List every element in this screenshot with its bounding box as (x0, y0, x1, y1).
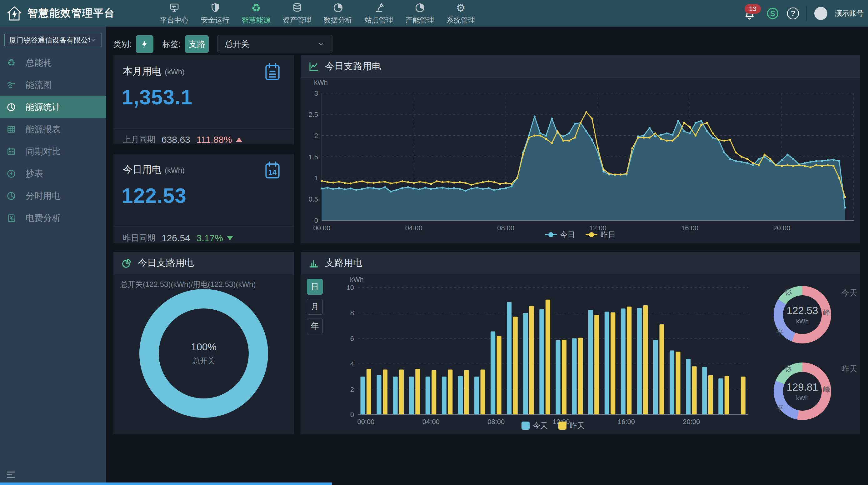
brand: 智慧能效管理平台 (6, 0, 115, 27)
topnav-label: 安全运行 (201, 15, 230, 25)
svg-text:1: 1 (314, 174, 318, 182)
health-link-button[interactable] (766, 6, 780, 20)
sidebar-item-bill-analysis[interactable]: 电费分析 (0, 207, 106, 229)
company-select[interactable]: 厦门锐谷通信设备有限公司 (4, 33, 102, 47)
database-icon (291, 2, 303, 13)
peak-segment-label: 峰 (823, 384, 831, 394)
topnav-label: 数据分析 (324, 15, 352, 25)
svg-text:04:00: 04:00 (405, 224, 423, 232)
sidebar-item-energy-flow[interactable]: 能流图 (0, 74, 106, 96)
trend-up-icon (236, 138, 242, 142)
today-bar-marker (522, 422, 530, 430)
today-branch-line-card: 今日支路用电 00.511.522.5300:0004:0008:0012:00… (301, 55, 860, 243)
sidebar-collapse-button[interactable] (6, 469, 16, 480)
donut-label: 总开关 (192, 356, 215, 366)
svg-text:2.5: 2.5 (308, 111, 318, 118)
sidebar-item-total-energy[interactable]: ♻ 总能耗 (0, 52, 106, 74)
bar-chart-icon (308, 257, 319, 269)
svg-text:2: 2 (314, 132, 318, 140)
horizontal-scrollbar-thumb[interactable] (0, 483, 332, 485)
donut-subtitle: 总开关(122.53)(kWh)/用电(122.53)(kWh) (120, 279, 256, 290)
company-name: 厦门锐谷通信设备有限公司 (9, 35, 90, 45)
svg-text:20:00: 20:00 (773, 224, 790, 232)
lightning-icon (140, 39, 150, 49)
top-navigation: 平台中心 安全运行 ♻ 智慧能源 资产管理 (154, 0, 481, 27)
svg-text:4: 4 (350, 360, 354, 368)
month-usage-card: 本月用电 (kWh) 1,353.1 上月同期 638.63 111.88% (114, 55, 294, 144)
branch-tag-button[interactable]: 支路 (185, 35, 209, 53)
svg-text:08:00: 08:00 (497, 224, 514, 232)
legend-today[interactable]: 今天 (522, 421, 548, 431)
robot-arm-icon (373, 2, 384, 13)
donut-percent: 100% (191, 341, 217, 353)
svg-text:6: 6 (350, 335, 354, 342)
energy-flow-icon (6, 80, 16, 90)
svg-text:04:00: 04:00 (423, 418, 440, 426)
sidebar-item-meter-reading[interactable]: 抄表 (0, 162, 106, 185)
tag-label: 标签: (162, 39, 181, 50)
clock-pie-icon (6, 102, 16, 112)
notification-badge: 13 (745, 4, 761, 14)
meter-bolt-icon (6, 169, 16, 179)
today-usage-card: 今日用电 (kWh) 14 122.53 昨日同期 126.54 3.17% (114, 154, 294, 243)
monitor-pulse-icon (169, 2, 180, 13)
sidebar: 厦门锐谷通信设备有限公司 ♻ 总能耗 能流图 (0, 27, 106, 485)
sidebar-item-period-compare[interactable]: 同期对比 (0, 140, 106, 162)
topnav-label: 智慧能源 (242, 15, 271, 25)
main-content: 类别: 标签: 支路 总开关 本月用电 (kWh) 1, (106, 27, 868, 485)
bill-analysis-icon (6, 213, 16, 223)
bar-chart-legend: 今天 昨天 (522, 421, 585, 431)
shield-icon (210, 2, 221, 13)
topnav-item-system[interactable]: ⚙ 系统管理 (440, 0, 481, 27)
topbar: 智慧能效管理平台 平台中心 安全运行 ♻ 智慧能源 (0, 0, 868, 27)
svg-text:16:00: 16:00 (681, 224, 698, 232)
chevron-down-icon (90, 36, 97, 44)
svg-text:16:00: 16:00 (618, 418, 635, 426)
sidebar-item-time-of-use[interactable]: 分时用电 (0, 185, 106, 207)
topnav-item-security[interactable]: 安全运行 (195, 0, 236, 27)
branch-select[interactable]: 总开关 (217, 35, 333, 53)
card-header: 支路用电 (301, 252, 860, 274)
today-branch-line-chart[interactable]: 00.511.522.5300:0004:0008:0012:0016:0020… (301, 78, 860, 243)
topnav-item-assets[interactable]: 资产管理 (277, 0, 317, 27)
divider (114, 226, 294, 227)
notifications-button[interactable]: 13 (743, 5, 758, 22)
sidebar-menu: ♻ 总能耗 能流图 能源统计 (0, 52, 106, 229)
category-label: 类别: (113, 39, 131, 50)
avatar[interactable] (814, 7, 827, 20)
today-line-marker (545, 234, 557, 235)
time-pie-icon (6, 191, 16, 201)
card-title: 本月用电 (123, 65, 161, 78)
app-logo-icon (6, 5, 23, 22)
topnav-item-analytics[interactable]: 数据分析 (317, 0, 359, 27)
line-chart-icon (308, 61, 319, 72)
donut-center: 100% 总开关 (140, 289, 268, 418)
legend-yesterday[interactable]: 昨天 (558, 421, 585, 431)
yesterday-tou-donut[interactable]: 129.81 kWh 谷 峰 平 (774, 363, 831, 420)
clipboard-list-icon (263, 62, 282, 84)
sidebar-item-energy-stats[interactable]: 能源统计 (0, 96, 106, 118)
sidebar-item-energy-report[interactable]: 能源报表 (0, 118, 106, 140)
topnav-item-platform[interactable]: 平台中心 (154, 0, 195, 27)
svg-text:8: 8 (350, 309, 354, 317)
donut-center: 129.81 kWh (783, 372, 822, 411)
topnav-label: 站点管理 (365, 15, 393, 25)
today-tou-donut[interactable]: 122.53 kWh 谷 峰 平 (774, 286, 831, 343)
calendar-day-icon: 14 (263, 160, 282, 182)
topnav-item-sites[interactable]: 站点管理 (359, 0, 399, 27)
card-title: 今日支路用电 (325, 60, 381, 73)
yesterday-bar-marker (558, 422, 566, 430)
electricity-category-button[interactable] (136, 35, 153, 53)
topnav-item-smart-energy[interactable]: ♻ 智慧能源 (236, 0, 277, 27)
topnav-label: 资产管理 (283, 15, 312, 25)
capacity-pie-icon (414, 2, 426, 13)
topnav-item-capacity[interactable]: 产能管理 (399, 0, 440, 27)
recycle-icon: ♻ (6, 58, 16, 68)
help-button[interactable]: ? (787, 7, 799, 19)
pie-chart-icon (333, 2, 344, 13)
svg-text:00:00: 00:00 (358, 418, 375, 426)
today-branch-donut-card: 今日支路用电 总开关(122.53)(kWh)/用电(122.53)(kWh) … (114, 252, 294, 434)
svg-text:10: 10 (346, 284, 354, 292)
legend-yesterday[interactable]: 昨日 (586, 230, 616, 240)
legend-today[interactable]: 今日 (545, 230, 575, 240)
